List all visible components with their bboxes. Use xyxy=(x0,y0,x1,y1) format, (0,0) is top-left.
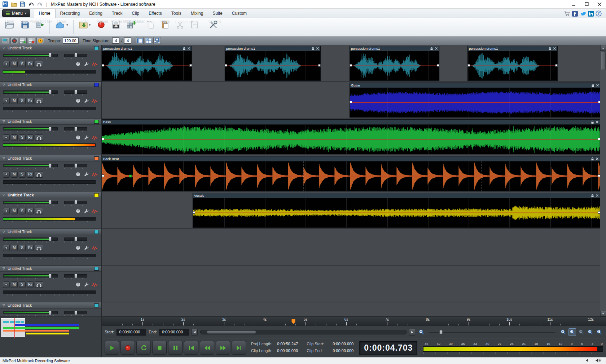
wrench-icon[interactable] xyxy=(84,98,89,103)
clip-left-handle[interactable] xyxy=(225,64,227,67)
collapse-icon[interactable]: ▽ xyxy=(3,230,5,234)
audio-clip[interactable]: percussion drums1 xyxy=(467,46,558,81)
piano-roll-icon[interactable] xyxy=(136,37,144,44)
add-track-icon[interactable] xyxy=(19,37,27,44)
tab-editing[interactable]: Editing xyxy=(84,9,107,18)
record-button[interactable] xyxy=(120,341,135,355)
clip-close-icon[interactable] xyxy=(553,47,556,50)
track-header[interactable]: ▽Untitled Track xyxy=(0,302,101,308)
skip-end-button[interactable] xyxy=(232,341,246,355)
timeline-area[interactable]: percussion drums1percussion drums1percus… xyxy=(102,45,600,316)
track-color-chip[interactable] xyxy=(94,83,99,87)
knob-icon[interactable] xyxy=(75,245,81,250)
timeline-vertical-scrollbar[interactable]: ▲ ▼ xyxy=(600,45,606,316)
volume-slider[interactable] xyxy=(3,238,58,241)
clip-header[interactable]: Bass xyxy=(102,120,600,125)
pan-slider[interactable] xyxy=(64,54,87,57)
save-icon[interactable] xyxy=(19,1,26,8)
start-time-field[interactable]: 0:00:00.000 xyxy=(117,329,146,336)
volume-slider-handle[interactable] xyxy=(49,237,52,241)
eq-icon[interactable] xyxy=(92,98,98,103)
wrench-icon[interactable] xyxy=(84,135,89,140)
track-header[interactable]: ▽Untitled Track xyxy=(0,119,101,125)
tab-suite[interactable]: Suite xyxy=(208,9,227,18)
audio-clip[interactable]: Gutiar xyxy=(350,83,600,117)
clip-left-handle[interactable] xyxy=(350,101,352,103)
pan-slider[interactable] xyxy=(64,201,87,204)
clip-header[interactable]: percussion drums1 xyxy=(102,46,192,51)
eq-icon[interactable] xyxy=(92,172,98,177)
record-arm-button[interactable] xyxy=(3,281,10,288)
clip-right-handle[interactable] xyxy=(555,64,558,67)
headphones-button[interactable] xyxy=(35,245,43,251)
volume-slider-handle[interactable] xyxy=(49,163,52,168)
lock-icon[interactable] xyxy=(182,47,186,50)
snap-icon[interactable] xyxy=(36,37,44,44)
tab-effects[interactable]: Effects xyxy=(144,9,166,18)
headphones-button[interactable] xyxy=(35,171,43,178)
menu-button[interactable]: Menu ▾ xyxy=(2,9,30,17)
eq-icon[interactable] xyxy=(92,135,98,140)
solo-button[interactable]: S xyxy=(19,208,26,214)
record-button[interactable]: Record xyxy=(94,19,109,36)
redo-icon[interactable] xyxy=(36,1,43,8)
collapse-icon[interactable]: ▽ xyxy=(3,120,5,123)
solo-button[interactable]: S xyxy=(19,171,26,178)
audio-clip[interactable]: Vocals xyxy=(193,193,600,228)
linkedin-icon[interactable] xyxy=(588,10,594,17)
clip-close-icon[interactable] xyxy=(596,84,599,87)
eq-icon[interactable] xyxy=(92,282,98,287)
track-color-chip[interactable] xyxy=(94,156,99,160)
audio-clip[interactable]: Bass xyxy=(102,119,600,154)
record-arm-button[interactable] xyxy=(3,134,10,141)
navigator-playhead[interactable] xyxy=(14,318,15,338)
lock-icon[interactable] xyxy=(311,47,315,50)
paste-button[interactable]: Paste xyxy=(158,19,172,36)
track-color-chip[interactable] xyxy=(94,120,99,124)
clip-header[interactable]: percussion drums1 xyxy=(468,46,557,51)
clip-header[interactable]: Back Beat xyxy=(102,156,600,161)
collapse-icon[interactable]: ▽ xyxy=(3,46,5,50)
wrench-icon[interactable] xyxy=(84,282,89,287)
audio-clip[interactable]: percussion drums1 xyxy=(225,46,321,81)
volume-slider-handle[interactable] xyxy=(49,310,52,315)
load-button[interactable]: ▾Load xyxy=(75,19,94,36)
clip-close-icon[interactable] xyxy=(595,194,599,197)
beat-grid-icon[interactable] xyxy=(145,37,152,44)
clip-left-handle[interactable] xyxy=(350,64,352,67)
eq-icon[interactable] xyxy=(92,209,98,214)
pan-slider-handle[interactable] xyxy=(74,126,77,131)
collapse-icon[interactable]: ▽ xyxy=(3,193,5,197)
wrench-icon[interactable] xyxy=(84,172,89,177)
mute-button[interactable]: M xyxy=(11,245,18,251)
volume-slider[interactable] xyxy=(3,274,58,278)
track-header[interactable]: ▽Untitled Track xyxy=(0,192,101,198)
lock-icon[interactable] xyxy=(590,120,594,124)
copy-button[interactable]: Copy xyxy=(143,19,158,36)
pan-slider-handle[interactable] xyxy=(74,274,77,278)
headphones-button[interactable] xyxy=(35,134,43,141)
collapse-icon[interactable]: ▽ xyxy=(3,267,5,270)
clip-close-icon[interactable] xyxy=(316,47,319,50)
maximize-button[interactable] xyxy=(580,0,593,9)
fx-button[interactable]: Fx xyxy=(27,61,34,67)
fx-button[interactable]: Fx xyxy=(27,134,34,141)
skip-start-button[interactable] xyxy=(184,341,198,355)
volume-slider-handle[interactable] xyxy=(49,90,52,94)
playhead-marker[interactable] xyxy=(291,319,295,324)
mixer-view-icon[interactable] xyxy=(153,37,161,44)
pan-slider-handle[interactable] xyxy=(74,53,77,58)
solo-button[interactable]: S xyxy=(19,98,26,104)
fx-button[interactable]: Fx xyxy=(27,281,34,288)
clip-left-handle[interactable] xyxy=(102,174,104,177)
eq-icon[interactable] xyxy=(92,245,98,250)
lock-icon[interactable] xyxy=(590,157,594,161)
clip-right-handle[interactable] xyxy=(437,64,439,67)
track-color-chip[interactable] xyxy=(94,303,99,307)
eq-icon[interactable] xyxy=(92,62,98,67)
close-button[interactable] xyxy=(593,0,606,9)
dropdown-caret-icon[interactable]: ▾ xyxy=(89,23,91,27)
zoom-vertical-button[interactable] xyxy=(596,328,603,336)
fx-button[interactable]: Fx xyxy=(27,245,34,251)
tab-home[interactable]: Home xyxy=(34,9,56,18)
